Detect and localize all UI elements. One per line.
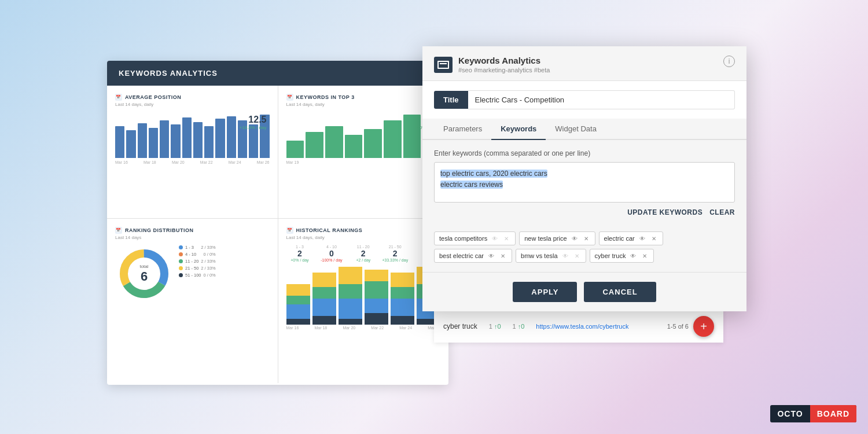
pagination: 1-5 of 6 +: [667, 316, 714, 337]
legend-item-5: 51 - 100 0 / 0%: [179, 273, 216, 278]
top3-bar-2: [306, 132, 323, 158]
avg-position-change: +18.3% / day: [240, 125, 267, 130]
donut-center: total 6: [139, 263, 148, 284]
stack-col-1: [286, 284, 310, 325]
table-url: https://www.tesla.com/cybertruck: [536, 323, 628, 330]
selected-text-1: top electric cars, 2020 electric cars: [440, 170, 547, 178]
tag-cyber-truck: cyber truck 👁 ✕: [590, 249, 654, 263]
tab-widget-data[interactable]: Widget Data: [546, 119, 606, 140]
modal-widget-icon: [434, 57, 453, 73]
widget-ranking-dist: 📅 RANKING DISTRIBUTION Last 14 days: [107, 219, 278, 384]
tag-visibility-icon-4[interactable]: 👁: [487, 252, 495, 260]
add-button[interactable]: +: [693, 316, 714, 337]
dashboard-header: KEYWORDS ANALYTICS: [107, 61, 448, 86]
legend-dot-3: [179, 259, 183, 263]
historical-labels: Mar 16 Mar 18 Mar 20 Mar 22 Mar 24 Mar 2…: [286, 326, 441, 330]
tag-visibility-icon-5[interactable]: 👁: [561, 252, 569, 260]
table-row-cybertruck: cyber truck 1 ↑0 1 ↑0 https://www.tesla.…: [434, 310, 723, 343]
selected-text-2: electric cars reviews: [440, 181, 503, 189]
bar-4: [149, 128, 158, 158]
avg-position-labels: Mar 16 Mar 18 Mar 20 Mar 22 Mar 24 Mar 2…: [115, 160, 270, 164]
bar-7: [182, 117, 192, 158]
keywords-display: top electric cars, 2020 electric cars el…: [440, 168, 729, 190]
modal-header-left: Keywords Analytics #seo #marketing-analy…: [434, 56, 550, 73]
dashboard-title: KEYWORDS ANALYTICS: [119, 69, 218, 78]
tag-electric-car: electric car 👁 ✕: [599, 231, 663, 245]
calendar-icon-2: 📅: [286, 94, 293, 101]
tag-close-icon-5[interactable]: ✕: [573, 252, 581, 260]
ranking-header: 1 - 3 2 +0% / day 4 - 10 0 -100% / day 1…: [286, 245, 441, 262]
modal-icon-inner: [437, 61, 449, 69]
tag-visibility-icon-2[interactable]: 👁: [571, 234, 579, 242]
avg-position-annotation: 12.5 +18.3% / day: [240, 115, 267, 130]
tab-parameters[interactable]: Parameters: [434, 119, 491, 140]
top3-bar-1: [286, 141, 304, 158]
legend-item-3: 11 - 20 2 / 33%: [179, 259, 216, 264]
bar-5: [160, 120, 169, 158]
widget-top3-title: 📅 KEYWORDS IN TOP 3: [286, 94, 441, 101]
table-keyword: cyber truck: [443, 322, 477, 330]
title-input[interactable]: [468, 90, 735, 109]
avg-position-value: 12.5: [240, 115, 267, 125]
widget-avg-position-subtitle: Last 14 days, daily: [115, 102, 270, 107]
title-label-button[interactable]: Title: [434, 91, 468, 109]
keywords-label: Enter keywords (comma separated or one p…: [434, 149, 735, 157]
tab-keywords[interactable]: Keywords: [491, 119, 546, 140]
rank-col-4: 21 - 50 2 +33.33% / day: [381, 245, 409, 262]
update-keywords-button[interactable]: UPDATE KEYWORDS: [627, 208, 703, 216]
tag-visibility-icon-3[interactable]: 👁: [638, 234, 646, 242]
keywords-actions: UPDATE KEYWORDS CLEAR: [434, 208, 735, 216]
legend-item-1: 1 - 3 2 / 33%: [179, 245, 216, 250]
bar-3: [138, 123, 147, 158]
tag-close-icon-2[interactable]: ✕: [582, 234, 590, 242]
modal-subtitle: #seo #marketing-analytics #beta: [458, 67, 550, 73]
modal-title-group: Keywords Analytics #seo #marketing-analy…: [458, 56, 550, 73]
donut-legend: 1 - 3 2 / 33% 4 - 10 0 / 0% 11 - 20 2 / …: [179, 245, 216, 303]
tag-best-electric-car: best electric car 👁 ✕: [434, 249, 512, 263]
widget-avg-position: 📅 AVERAGE POSITION Last 14 days, daily: [107, 86, 278, 218]
stack-col-2: [312, 273, 336, 325]
tag-visibility-icon-6[interactable]: 👁: [629, 252, 637, 260]
bar-10: [215, 119, 225, 158]
keywords-textarea-wrapper: top electric cars, 2020 electric cars el…: [434, 162, 735, 203]
rank-col-1: 1 - 3 2 +0% / day: [286, 245, 314, 262]
donut-container: total 6 1 - 3 2 / 33% 4 - 10 0 / 0%: [115, 245, 270, 303]
info-icon[interactable]: i: [723, 56, 735, 67]
bar-9: [204, 126, 214, 158]
tag-close-icon-6[interactable]: ✕: [641, 252, 649, 260]
keyword-tags: tesla competitors 👁 ✕ new tesla price 👁 …: [422, 226, 746, 272]
widget-historical-subtitle: Last 14 days, daily: [286, 235, 441, 240]
stacked-bar-chart: [286, 267, 441, 325]
top3-bar-6: [384, 120, 402, 158]
tag-new-tesla-price: new tesla price 👁 ✕: [519, 231, 595, 245]
tag-visibility-icon-1[interactable]: 👁: [491, 234, 499, 242]
donut-chart: total 6: [115, 245, 173, 303]
tag-text-best-electric-car: best electric car: [439, 252, 484, 259]
rank-col-3: 11 - 20 2 +2 / day: [350, 245, 377, 262]
clear-button[interactable]: CLEAR: [709, 208, 735, 216]
legend-dot-2: [179, 252, 183, 256]
stack-col-4: [365, 270, 388, 325]
tag-close-icon-1[interactable]: ✕: [502, 234, 510, 242]
widget-dist-title: 📅 RANKING DISTRIBUTION: [115, 227, 270, 234]
brand-octo: OCTO: [770, 405, 810, 422]
tag-text-electric-car: electric car: [604, 235, 635, 242]
legend-dot-1: [179, 245, 183, 249]
tag-text-new-tesla-price: new tesla price: [524, 235, 567, 242]
modal-title: Keywords Analytics: [458, 56, 550, 65]
tag-text-tesla-competitors: tesla competitors: [439, 235, 487, 242]
tag-close-icon-4[interactable]: ✕: [499, 252, 507, 260]
widget-top3-subtitle: Last 14 days, daily: [286, 102, 441, 107]
legend-item-4: 21 - 50 2 / 33%: [179, 266, 216, 271]
top3-labels: Mar 19 Mar 24: [286, 160, 441, 164]
brand-board: BOARD: [810, 405, 856, 422]
legend-dot-5: [179, 273, 183, 277]
modal-tabs: Parameters Keywords Widget Data: [422, 119, 746, 140]
cancel-button[interactable]: CANCEL: [584, 282, 656, 302]
top3-bar-4: [345, 135, 363, 158]
modal-footer: APPLY CANCEL: [422, 272, 746, 311]
apply-button[interactable]: APPLY: [513, 282, 577, 302]
widget-historical-title: 📅 HISTORICAL RANKINGS: [286, 227, 441, 234]
tag-close-icon-3[interactable]: ✕: [650, 234, 658, 242]
rank-col-2: 4 - 10 0 -100% / day: [318, 245, 345, 262]
